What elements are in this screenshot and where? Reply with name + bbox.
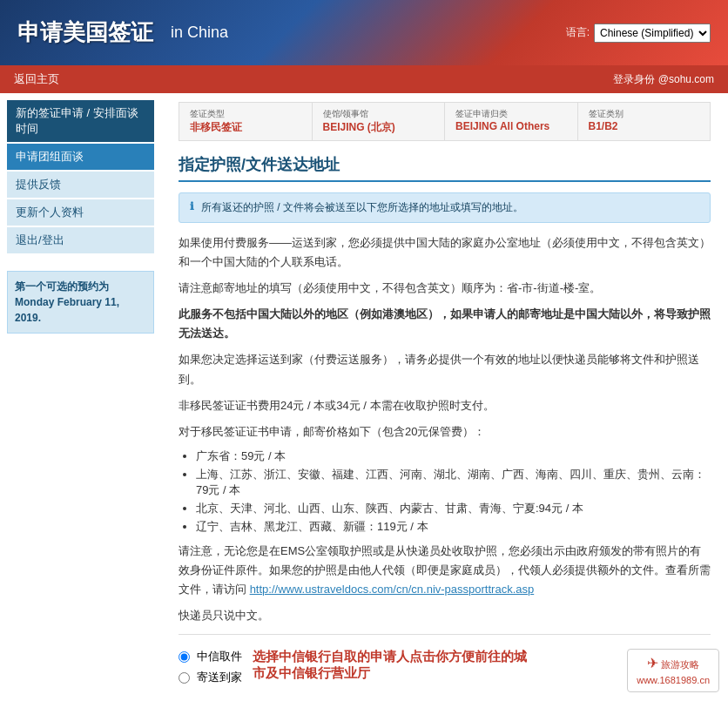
list-item: 北京、天津、河北、山西、山东、陕西、内蒙古、甘肃、青海、宁夏:94元 / 本: [196, 501, 711, 516]
radio-row-mail[interactable]: 寄送到家: [179, 670, 242, 685]
sidebar-item-logout[interactable]: 退出/登出: [7, 227, 154, 253]
login-label: 登录身份: [613, 72, 655, 87]
site-title: 申请美国签证: [17, 17, 153, 48]
breadcrumb-visa-type: 签证类型 非移民签证: [179, 103, 313, 140]
site-subtitle: in China: [171, 24, 228, 42]
price-list: 广东省：59元 / 本 上海、江苏、浙江、安徽、福建、江西、河南、湖北、湖南、广…: [196, 448, 711, 535]
bc-label-visa-class: 签证类别: [589, 108, 700, 120]
navbar: 返回主页 登录身份 @sohu.com: [0, 65, 728, 93]
sidebar-item-new-application[interactable]: 新的签证申请 / 安排面谈时间: [7, 100, 154, 142]
breadcrumb: 签证类型 非移民签证 使馆/领事馆 BEIJING (北京) 签证申请归类 BE…: [179, 102, 711, 141]
list-item: 上海、江苏、浙江、安徽、福建、江西、河南、湖北、湖南、广西、海南、四川、重庆、贵…: [196, 467, 711, 498]
list-item: 广东省：59元 / 本: [196, 448, 711, 464]
sidebar-link-feedback[interactable]: 提供反馈: [7, 172, 154, 198]
para-3: 此服务不包括中国大陆以外的地区（例如港澳地区），如果申请人的邮寄地址是中国大陆以…: [179, 305, 711, 343]
radio-highlight-text: 选择中信银行自取的申请人点击你方便前往的城市及中信银行营业厅: [253, 649, 531, 682]
info-icon: ℹ: [190, 200, 194, 215]
main-container: 新的签证申请 / 安排面谈时间 申请团组面谈 提供反馈 更新个人资料 退出/登出…: [0, 93, 728, 701]
para-4: 如果您决定选择运送到家（付费运送服务），请务必提供一个有效的地址以便快递员能够将…: [179, 350, 711, 388]
radio-label-mail[interactable]: 寄送到家: [197, 670, 242, 685]
bc-value-visa-type: 非移民签证: [190, 121, 242, 133]
content-area: 签证类型 非移民签证 使馆/领事馆 BEIJING (北京) 签证申请归类 BE…: [161, 93, 728, 701]
breadcrumb-category: 签证申请归类 BEIJING All Others: [445, 103, 578, 140]
sidebar-item-feedback[interactable]: 提供反馈: [7, 172, 154, 198]
bc-value-category: BEIJING All Others: [455, 120, 549, 132]
breadcrumb-embassy: 使馆/领事馆 BEIJING (北京): [313, 103, 446, 140]
para-2: 请注意邮寄地址的填写（必须使用中文，不得包含英文）顺序为：省-市-街道-楼-室。: [179, 279, 711, 298]
bc-label-category: 签证申请归类: [455, 108, 567, 120]
bc-label-visa-type: 签证类型: [190, 108, 301, 120]
divider: [179, 634, 711, 635]
radio-row-zhongxin[interactable]: 中信取件: [179, 649, 242, 664]
lang-select[interactable]: Chinese (Simplified): [594, 24, 711, 43]
radio-label-zhongxin[interactable]: 中信取件: [197, 649, 242, 664]
home-button[interactable]: 返回主页: [0, 66, 73, 92]
bc-label-embassy: 使馆/领事馆: [323, 108, 435, 120]
note-text: 请注意，无论您是在EMS公室领取护照或是从快递员处收取护照，您必须出示由政府颁发…: [179, 542, 711, 599]
sidebar-link-group-interview[interactable]: 申请团组面谈: [7, 144, 154, 170]
para-1: 如果使用付费服务——运送到家，您必须提供中国大陆的家庭办公室地址（必须使用中文，…: [179, 233, 711, 272]
bc-value-visa-class: B1/B2: [589, 120, 618, 132]
page-title: 指定护照/文件送达地址: [179, 154, 711, 182]
logo-icon: ✈: [647, 656, 658, 671]
para-6: 对于移民签证证书申请，邮寄价格如下（包含20元保管费）：: [179, 422, 711, 441]
sidebar-link-new-application[interactable]: 新的签证申请 / 安排面谈时间: [7, 100, 154, 142]
info-text: 所有返还的护照 / 文件将会被送至以下您所选择的地址或填写的地址。: [201, 200, 523, 215]
language-selector[interactable]: 语言: Chinese (Simplified): [566, 24, 711, 43]
sidebar-link-update-profile[interactable]: 更新个人资料: [7, 199, 154, 226]
para-5: 非移民签证证书费用24元 / 本或34元 / 本需在收取护照时支付。: [179, 396, 711, 415]
login-user: @sohu.com: [658, 73, 714, 85]
sidebar-notice: 第一个可选的预约为 Monday February 11, 2019.: [7, 271, 154, 334]
bc-value-embassy: BEIJING (北京): [323, 121, 395, 133]
passport-track-link[interactable]: http://www.ustraveldocs.com/cn/cn.niv-pa…: [250, 583, 535, 596]
footer-logo: ✈ 旅游攻略www.1681989.cn: [627, 649, 719, 692]
list-item: 辽宁、吉林、黑龙江、西藏、新疆：119元 / 本: [196, 519, 711, 535]
header: 申请美国签证 in China 语言: Chinese (Simplified): [0, 0, 728, 65]
lang-label: 语言:: [566, 25, 590, 40]
radio-zhongxin[interactable]: [179, 651, 190, 663]
sidebar: 新的签证申请 / 安排面谈时间 申请团组面谈 提供反馈 更新个人资料 退出/登出…: [0, 93, 161, 701]
note-text2: 快递员只说中文。: [179, 606, 711, 625]
radio-mail[interactable]: [179, 672, 190, 684]
sidebar-item-update-profile[interactable]: 更新个人资料: [7, 199, 154, 226]
breadcrumb-visa-class: 签证类别 B1/B2: [578, 103, 711, 140]
sidebar-link-logout[interactable]: 退出/登出: [7, 227, 154, 253]
info-box: ℹ 所有返还的护照 / 文件将会被送至以下您所选择的地址或填写的地址。: [179, 192, 711, 223]
sidebar-item-group-interview[interactable]: 申请团组面谈: [7, 144, 154, 170]
